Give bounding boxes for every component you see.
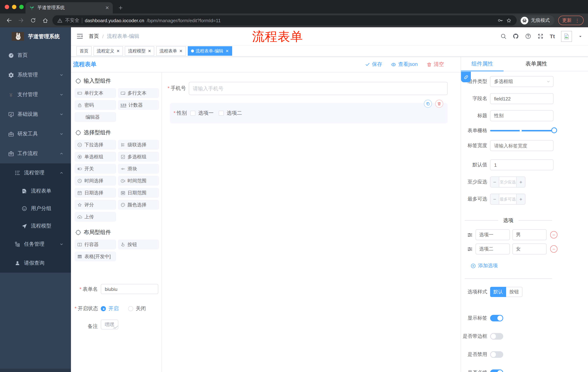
palette-item-下拉选择[interactable]: 下拉选择 bbox=[74, 140, 116, 149]
sidebar-item-系统管理[interactable]: 系统管理 bbox=[0, 65, 71, 85]
phone-form-item[interactable]: *手机号 bbox=[166, 82, 448, 95]
forward-icon[interactable] bbox=[16, 16, 26, 25]
question-button[interactable] bbox=[525, 33, 531, 39]
tag-流程表单-编辑[interactable]: 流程表单-编辑✕ bbox=[188, 46, 232, 56]
new-tab-button[interactable] bbox=[116, 3, 125, 12]
palette-item-编辑器[interactable]: 编辑器 bbox=[74, 112, 116, 122]
sidebar-item-基础设施[interactable]: 基础设施 bbox=[0, 105, 71, 124]
sidebar-item-首页[interactable]: 首页 bbox=[0, 45, 71, 65]
sidebar-item-用户分组[interactable]: 用户分组 bbox=[0, 200, 71, 217]
标题-input[interactable] bbox=[490, 110, 553, 121]
gender-option-2[interactable]: 选项二 bbox=[219, 110, 242, 117]
tab-component-props[interactable]: 组件属性 bbox=[461, 57, 504, 71]
close-window-button[interactable] bbox=[5, 5, 9, 9]
palette-item-多行文本[interactable]: 多行文本 bbox=[118, 88, 159, 98]
palette-item-计数器[interactable]: 123计数器 bbox=[118, 100, 159, 110]
默认值-input[interactable] bbox=[490, 159, 553, 170]
显示标签-switch[interactable] bbox=[490, 315, 503, 321]
是否必填-switch[interactable] bbox=[490, 370, 503, 372]
zoom-window-button[interactable] bbox=[19, 5, 24, 9]
bookmark-star-icon[interactable] bbox=[506, 17, 512, 23]
text-size-button[interactable]: Tt bbox=[550, 33, 555, 39]
remove-option-button[interactable]: − bbox=[550, 231, 557, 238]
字段名-input[interactable] bbox=[490, 93, 553, 104]
close-tab-icon[interactable]: ✕ bbox=[105, 5, 109, 10]
palette-item-单行文本[interactable]: 单行文本 bbox=[74, 88, 116, 98]
increase-button[interactable]: + bbox=[516, 177, 525, 187]
palette-item-密码[interactable]: 密码 bbox=[74, 100, 116, 110]
tab-form-props[interactable]: 表单属性 bbox=[504, 57, 569, 71]
search-button[interactable] bbox=[500, 33, 506, 39]
increase-button[interactable]: + bbox=[516, 194, 525, 204]
radio-on-icon[interactable] bbox=[101, 306, 106, 311]
style-button-button[interactable]: 按钮 bbox=[506, 287, 523, 297]
option-value-input[interactable] bbox=[512, 244, 546, 255]
tag-首页[interactable]: 首页 bbox=[76, 46, 92, 56]
option-label-input[interactable] bbox=[476, 244, 510, 255]
palette-item-上传[interactable]: 上传 bbox=[74, 212, 116, 222]
add-option-button[interactable]: 添加选项 bbox=[471, 262, 583, 269]
tag-流程表单[interactable]: 流程表单✕ bbox=[156, 46, 186, 56]
caret-down-icon[interactable] bbox=[578, 34, 583, 38]
sidebar-logo[interactable]: 芋道管理系统 bbox=[0, 27, 71, 45]
palette-item-时间选择[interactable]: 时间选择 bbox=[74, 176, 116, 186]
palette-item-时间范围[interactable]: 时间范围 bbox=[118, 176, 159, 186]
fullscreen-button[interactable] bbox=[537, 33, 544, 39]
组件类型-select[interactable] bbox=[490, 76, 553, 87]
link-icon[interactable] bbox=[461, 72, 471, 82]
tag-流程模型[interactable]: 流程模型✕ bbox=[125, 46, 154, 56]
address-bar[interactable]: 不安全 dashboard.yudao.iocoder.cn/bpm/manag… bbox=[52, 15, 517, 25]
sidebar-item-请假查询[interactable]: 请假查询 bbox=[0, 254, 71, 273]
option-value-input[interactable] bbox=[512, 229, 546, 240]
palette-item-开关[interactable]: 开关 bbox=[74, 164, 116, 174]
browser-tab[interactable]: 芋道管理系统 ✕ bbox=[25, 2, 113, 13]
option-style-segmented[interactable]: 默认按钮 bbox=[490, 287, 523, 297]
palette-item-按钮[interactable]: 按钮 bbox=[118, 240, 159, 249]
home-icon[interactable] bbox=[40, 16, 50, 25]
drag-handle-icon[interactable] bbox=[467, 232, 473, 238]
radio-off-icon[interactable] bbox=[128, 306, 133, 311]
palette-item-评分[interactable]: 评分 bbox=[74, 200, 116, 210]
sidebar-item-工作流程[interactable]: 工作流程 bbox=[0, 144, 71, 163]
close-tag-icon[interactable]: ✕ bbox=[179, 49, 182, 53]
avatar[interactable] bbox=[561, 31, 572, 42]
palette-item-行容器[interactable]: 行容器 bbox=[74, 240, 116, 249]
close-tag-icon[interactable]: ✕ bbox=[148, 49, 151, 53]
palette-item-表格[开发中][interactable]: 表格[开发中] bbox=[74, 252, 116, 261]
sidebar-item-支付管理[interactable]: ¥支付管理 bbox=[0, 85, 71, 105]
palette-item-日期选择[interactable]: 日期选择 bbox=[74, 188, 116, 198]
slider-handle[interactable] bbox=[551, 128, 557, 133]
sidebar-item-流程模型[interactable]: 流程模型 bbox=[0, 217, 71, 235]
tag-流程定义[interactable]: 流程定义✕ bbox=[94, 46, 123, 56]
save-button[interactable]: 保存 bbox=[365, 61, 382, 68]
palette-item-级联选择[interactable]: 级联选择 bbox=[118, 140, 159, 149]
decrease-button[interactable]: − bbox=[491, 194, 499, 204]
github-button[interactable] bbox=[513, 33, 519, 39]
form-name-input[interactable] bbox=[101, 284, 158, 294]
copy-component-button[interactable] bbox=[424, 100, 432, 108]
breadcrumb-home[interactable]: 首页 bbox=[89, 33, 99, 40]
sidebar-item-流程管理[interactable]: 流程管理 bbox=[0, 163, 71, 182]
palette-item-颜色选择[interactable]: 颜色选择 bbox=[118, 200, 159, 210]
palette-item-单选框组[interactable]: 单选框组 bbox=[74, 152, 116, 162]
close-tag-icon[interactable]: ✕ bbox=[116, 49, 120, 53]
close-tag-icon[interactable]: ✕ bbox=[225, 49, 229, 53]
checkbox-icon[interactable] bbox=[190, 111, 195, 116]
sidebar-item-任务管理[interactable]: 任务管理 bbox=[0, 235, 71, 254]
sidebar-item-流程表单[interactable]: 流程表单 bbox=[0, 182, 71, 200]
标签宽度-input[interactable] bbox=[490, 140, 553, 151]
是否带边框-switch[interactable] bbox=[490, 333, 503, 340]
至少应选-stepper[interactable]: −至少应选+ bbox=[490, 177, 525, 187]
gender-option-1[interactable]: 选项一 bbox=[190, 110, 214, 117]
option-label-input[interactable] bbox=[476, 229, 510, 240]
browser-update-button[interactable]: 更新 ⋮ bbox=[558, 16, 584, 25]
form-remark-textarea[interactable]: 嘿嘿 bbox=[101, 319, 118, 329]
sidebar-item-研发工具[interactable]: 研发工具 bbox=[0, 124, 71, 144]
form-grid-slider[interactable] bbox=[490, 130, 554, 131]
palette-item-多选框组[interactable]: 多选框组 bbox=[118, 152, 159, 162]
phone-input[interactable] bbox=[189, 82, 448, 95]
status-on-radio[interactable]: 开启 bbox=[101, 305, 119, 312]
checkbox-icon[interactable] bbox=[219, 111, 224, 116]
clear-button[interactable]: 清空 bbox=[426, 61, 444, 68]
最多可选-stepper[interactable]: −最多可选+ bbox=[490, 194, 525, 205]
